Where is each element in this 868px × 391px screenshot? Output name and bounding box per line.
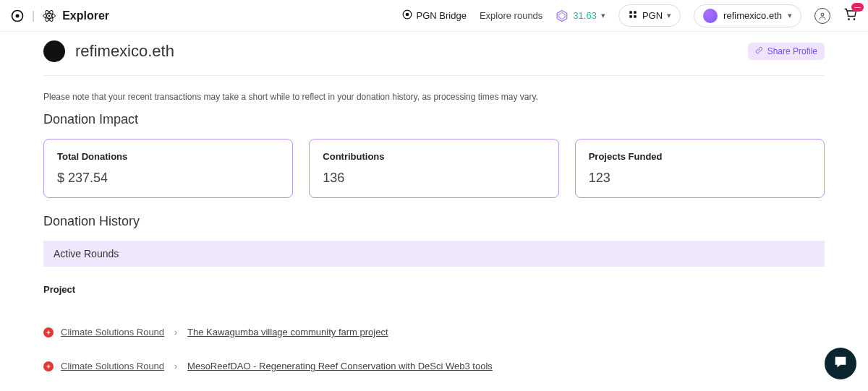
- wallet-address: refimexico.eth: [723, 10, 782, 21]
- project-row: Climate Solutions Round › The Kawagumba …: [43, 315, 825, 349]
- balance-display[interactable]: 31.63 ▾: [556, 9, 605, 22]
- topbar-right: PGN Bridge Explore rounds 31.63 ▾ PGN ▾ …: [402, 4, 858, 27]
- page-content: refimexico.eth Share Profile Please note…: [0, 32, 868, 383]
- profile-name: refimexico.eth: [75, 42, 174, 61]
- svg-point-1: [16, 14, 20, 17]
- stat-card-total-donations: Total Donations $ 237.54: [43, 139, 293, 198]
- share-profile-button[interactable]: Share Profile: [748, 43, 825, 60]
- project-row: Climate Solutions Round › MesoReefDAO - …: [43, 349, 825, 383]
- explorer-logo[interactable]: Explorer: [42, 9, 109, 23]
- chevron-down-icon: ▾: [601, 11, 605, 20]
- gitcoin-icon[interactable]: [10, 9, 25, 23]
- svg-rect-12: [629, 15, 632, 18]
- wallet-selector[interactable]: refimexico.eth ▾: [694, 4, 801, 27]
- stat-label: Projects Funded: [589, 151, 811, 162]
- stat-label: Contributions: [323, 151, 545, 162]
- chat-icon: [833, 354, 848, 373]
- link-icon: [755, 46, 763, 56]
- atom-icon: [42, 9, 56, 23]
- stat-card-contributions: Contributions 136: [309, 139, 558, 198]
- explorer-label: Explorer: [62, 9, 109, 22]
- wallet-avatar-icon: [703, 9, 718, 23]
- svg-point-16: [854, 18, 856, 20]
- cart-badge: —: [851, 3, 864, 12]
- project-column-header: Project: [43, 284, 825, 295]
- network-label: PGN: [642, 10, 663, 21]
- round-badge-icon: [43, 327, 54, 338]
- project-link[interactable]: MesoReefDAO - Regenerating Reef Conserva…: [187, 361, 493, 371]
- round-badge-icon: [43, 361, 54, 371]
- svg-point-7: [405, 13, 409, 17]
- explore-rounds-link[interactable]: Explore rounds: [480, 10, 542, 21]
- stat-value: 136: [323, 171, 545, 186]
- chevron-right-icon: ›: [171, 327, 180, 338]
- pgn-bridge-icon: [402, 9, 412, 22]
- donation-history-title: Donation History: [43, 214, 825, 229]
- chat-widget-button[interactable]: [825, 348, 856, 379]
- round-link[interactable]: Climate Solutions Round: [61, 361, 164, 371]
- stat-value: 123: [589, 171, 811, 186]
- divider: |: [32, 9, 35, 22]
- topbar-left: | Explorer: [10, 9, 109, 23]
- chevron-down-icon: ▾: [667, 11, 671, 20]
- stat-card-projects-funded: Projects Funded 123: [575, 139, 825, 198]
- stat-value: $ 237.54: [57, 171, 279, 186]
- hex-icon: [556, 9, 569, 22]
- svg-point-14: [821, 13, 824, 16]
- svg-rect-10: [629, 11, 632, 14]
- pgn-bridge-label: PGN Bridge: [417, 10, 467, 21]
- active-rounds-bar: Active Rounds: [43, 241, 825, 267]
- stat-label: Total Donations: [57, 151, 279, 162]
- pgn-bridge-link[interactable]: PGN Bridge: [402, 9, 467, 22]
- svg-marker-9: [559, 12, 565, 19]
- svg-point-15: [848, 18, 850, 20]
- svg-point-5: [48, 14, 51, 17]
- chevron-down-icon: ▾: [788, 11, 792, 20]
- project-link[interactable]: The Kawagumba village community farm pro…: [187, 327, 388, 338]
- topbar: | Explorer PGN Bridge Explore rounds 31.…: [0, 0, 868, 32]
- stats-row: Total Donations $ 237.54 Contributions 1…: [43, 139, 825, 198]
- profile-icon[interactable]: [814, 8, 830, 24]
- share-label: Share Profile: [767, 46, 817, 56]
- network-icon: [628, 9, 638, 22]
- cart-button[interactable]: —: [843, 7, 858, 25]
- balance-value: 31.63: [573, 10, 597, 21]
- svg-rect-11: [634, 11, 637, 14]
- round-link[interactable]: Climate Solutions Round: [61, 327, 164, 338]
- chevron-right-icon: ›: [171, 361, 180, 371]
- network-selector[interactable]: PGN ▾: [618, 4, 681, 27]
- cart-icon: [843, 12, 858, 24]
- svg-marker-8: [558, 10, 568, 21]
- donation-impact-title: Donation Impact: [43, 112, 825, 127]
- transactions-note: Please note that your recent transaction…: [43, 76, 825, 112]
- svg-rect-13: [634, 15, 637, 18]
- profile-header: refimexico.eth Share Profile: [43, 32, 825, 76]
- avatar: [43, 40, 65, 62]
